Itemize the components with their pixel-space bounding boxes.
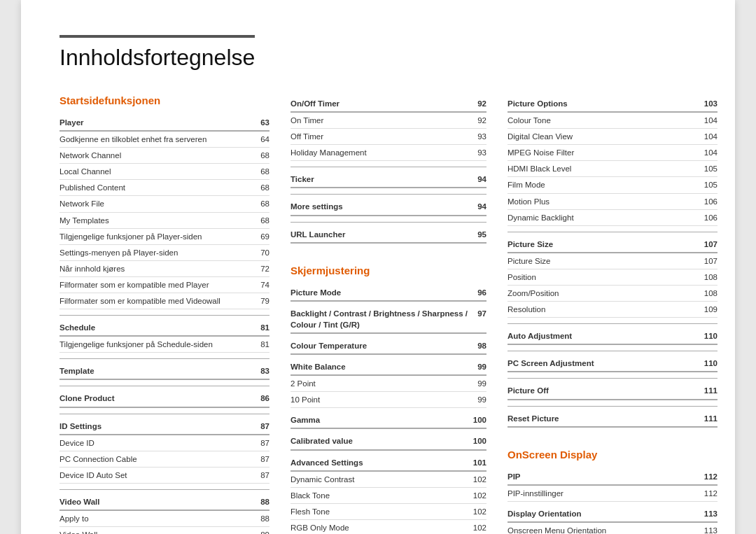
toc-row: Advanced Settings101 [290,454,486,472]
toc-row: Apply to88 [59,511,270,527]
section-startside: StartsidefunksjonenPlayer63Godkjenne en … [59,94,270,309]
toc-row: Digital Clean View104 [507,129,718,145]
section-picture-off: Picture Off111 [507,378,718,400]
toc-row: Auto Adjustment110 [507,327,718,345]
toc-label: Calibrated value [290,435,473,447]
toc-page-number: 86 [260,394,270,402]
toc-label: 10 Point [290,394,477,405]
toc-label: Ticker [290,174,477,185]
toc-label: Network Channel [59,150,260,161]
section-more-settings: More settings94 [290,194,486,216]
toc-label: Video Wall [59,496,260,507]
section-picture-options: Picture Options103Colour Tone104Digital … [507,94,718,226]
toc-label: PC Connection Cable [59,454,260,465]
toc-label: Colour Temperature [290,340,477,351]
section-auto-adjustment: Auto Adjustment110 [507,323,718,345]
toc-page-number: 68 [260,167,270,176]
toc-row: HDMI Black Level105 [507,161,718,177]
toc-row: Filformater som er kompatible med Player… [59,277,270,293]
toc-page-number: 108 [704,289,718,297]
toc-label: Picture Size [507,255,704,267]
toc-page-number: 112 [704,489,718,498]
toc-row: Onscreen Menu Orientation113 [507,523,718,534]
toc-row: Black Tone102 [290,488,486,504]
toc-page-number: 106 [704,213,718,222]
toc-page-number: 69 [260,232,270,241]
toc-label: Når innhold kjøres [59,263,260,274]
toc-page-number: 70 [260,248,270,257]
section-title-onscreen: OnScreen Display [507,449,718,461]
toc-label: Schedule [59,322,260,333]
section-ticker: Ticker94 [290,167,486,188]
toc-label: Black Tone [290,490,473,501]
toc-page-number: 102 [473,475,486,484]
toc-page-number: 72 [260,265,270,273]
toc-label: Film Mode [507,179,704,190]
toc-page-number: 99 [477,395,486,404]
section-reset-picture: Reset Picture111 [507,406,718,428]
toc-label: PIP [507,471,704,482]
toc-page-number: 87 [260,471,270,479]
toc-row: Network File68 [59,196,270,212]
toc-label: Gamma [290,414,473,426]
toc-page-number: 105 [704,164,718,173]
toc-page-number: 94 [477,202,486,211]
toc-label: Settings-menyen på Player-siden [59,247,260,258]
toc-row: Gamma100 [290,411,486,429]
toc-row: Ticker94 [290,170,486,188]
toc-label: Tilgjengelige funksjoner på Player-siden [59,231,260,242]
toc-label: Tilgjengelige funksjoner på Schedule-sid… [59,339,260,350]
toc-row: Tilgjengelige funksjoner på Schedule-sid… [59,337,270,353]
toc-page-number: 113 [704,526,718,534]
toc-row: ID Settings87 [59,417,270,435]
toc-row: Flesh Tone102 [290,504,486,520]
toc-page-number: 81 [260,340,270,349]
toc-page-number: 99 [477,379,486,388]
toc-page-number: 112 [704,472,718,481]
toc-label: Published Content [59,182,260,193]
toc-label: Flesh Tone [290,506,473,517]
toc-page-number: 111 [704,414,718,423]
toc-label: RGB Only Mode [290,522,473,533]
column-2: On/Off Timer92On Timer92Off Timer93Holid… [290,92,486,534]
toc-row: Film Mode105 [507,177,718,193]
toc-page-number: 93 [477,132,486,141]
toc-page-number: 101 [473,458,486,467]
section-picture-size: Picture Size107Picture Size107Position10… [507,232,718,318]
toc-row: Template83 [59,362,270,380]
toc-page-number: 100 [473,416,486,424]
toc-page-number: 64 [260,135,270,143]
toc-page-number: 74 [260,281,270,289]
toc-label: Digital Clean View [507,131,704,142]
toc-label: Local Channel [59,166,260,177]
toc-label: 2 Point [290,378,477,389]
toc-row: Motion Plus106 [507,194,718,210]
toc-page-number: 83 [260,367,270,375]
toc-row: Tilgjengelige funksjoner på Player-siden… [59,229,270,245]
toc-row: Picture Off111 [507,381,718,400]
toc-label: Resolution [507,304,704,315]
toc-row: Clone Product86 [59,389,270,407]
toc-label: White Balance [290,361,477,372]
toc-page-number: 103 [704,99,718,108]
toc-page-number: 92 [477,116,486,125]
toc-label: Picture Mode [290,287,477,298]
section-skjerm: SkjermjusteringPicture Mode96Backlight /… [290,265,486,534]
toc-page-number: 105 [704,181,718,189]
toc-label: More settings [290,201,477,212]
toc-label: On/Off Timer [290,98,477,109]
section-schedule: Schedule81Tilgjengelige funksjoner på Sc… [59,315,270,353]
toc-label: Player [59,117,260,128]
toc-label: Dynamic Contrast [290,474,473,485]
toc-label: Off Timer [290,131,477,142]
toc-label: Picture Off [507,385,704,396]
toc-label: Filformater som er kompatible med Player [59,279,260,290]
toc-row: Video Wall88 [59,493,270,511]
toc-page-number: 106 [704,197,718,206]
toc-label: Onscreen Menu Orientation [507,525,704,534]
toc-row: PIP-innstillinger112 [507,486,718,502]
toc-label: Godkjenne en tilkoblet enhet fra servere… [59,134,260,145]
toc-page-number: 111 [704,386,718,395]
toc-row: Når innhold kjøres72 [59,261,270,277]
toc-row: Calibrated value100 [290,432,486,450]
